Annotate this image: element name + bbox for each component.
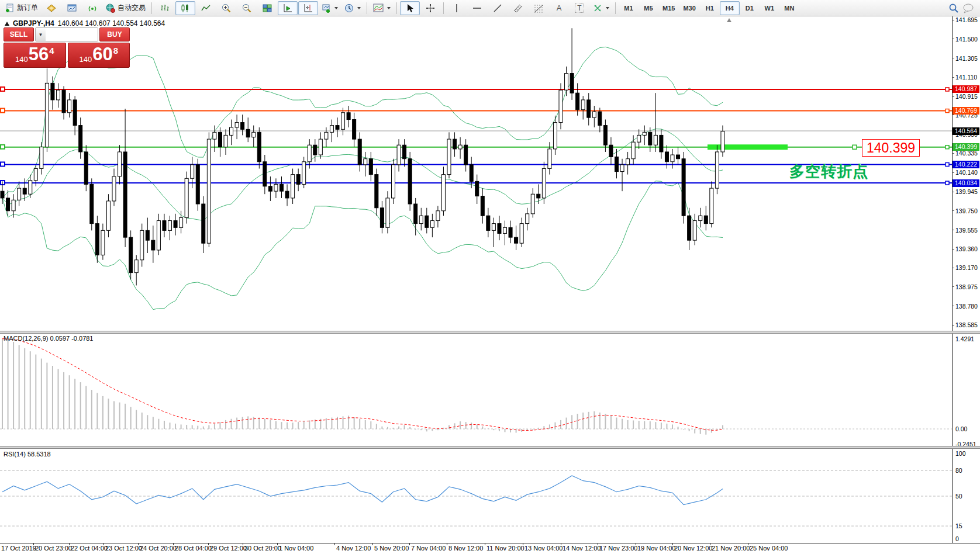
candle-body bbox=[174, 221, 177, 228]
price-line-tag[interactable]: 140.987 bbox=[953, 85, 979, 93]
candle-body bbox=[481, 196, 484, 216]
candle-body bbox=[665, 152, 668, 162]
timeframe-button-D1[interactable]: D1 bbox=[740, 1, 760, 15]
sell-price-display[interactable]: 140 56 4 bbox=[4, 43, 66, 68]
price-line-tag[interactable]: 140.769 bbox=[953, 107, 979, 115]
crosshair-button[interactable] bbox=[420, 1, 440, 15]
timeframe-button-H4[interactable]: H4 bbox=[720, 1, 740, 15]
macd-histogram-bar bbox=[477, 424, 478, 429]
timeframe-button-M5[interactable]: M5 bbox=[639, 1, 658, 15]
buy-price-display[interactable]: 140 60 8 bbox=[68, 43, 130, 68]
candle-body bbox=[587, 100, 591, 117]
bollinger-band-line bbox=[2, 47, 723, 198]
candle-body bbox=[603, 126, 607, 146]
candle-body bbox=[403, 145, 406, 159]
sell-button[interactable]: SELL bbox=[4, 27, 34, 41]
timeframe-button-M1[interactable]: M1 bbox=[619, 1, 639, 15]
time-axis-label: 8 Nov 12:00 bbox=[448, 545, 483, 552]
zoom-out-button[interactable] bbox=[237, 1, 257, 15]
rsi-scale-label: 80 bbox=[955, 467, 962, 474]
price-level-label[interactable]: 140.399 bbox=[862, 139, 920, 157]
tile-windows-button[interactable] bbox=[257, 1, 277, 15]
time-axis-label: 5 Nov 20:00 bbox=[374, 545, 409, 552]
chart-shift-marker bbox=[727, 18, 731, 22]
candle-body bbox=[430, 221, 434, 228]
vertical-line-icon bbox=[453, 4, 460, 13]
price-tick-label: 139.170 bbox=[955, 264, 978, 271]
chat-icon[interactable] bbox=[962, 3, 974, 13]
macd-histogram-bar bbox=[633, 420, 634, 429]
volume-decrease-button[interactable]: ▼ bbox=[36, 28, 46, 41]
candle-body bbox=[34, 169, 37, 181]
volume-input[interactable] bbox=[46, 28, 98, 41]
timeframe-label: M15 bbox=[661, 5, 676, 12]
candle-body bbox=[129, 237, 133, 272]
text-button[interactable]: A bbox=[549, 1, 569, 15]
chart-shift-button[interactable] bbox=[298, 1, 318, 15]
macd-histogram-bar bbox=[661, 423, 662, 429]
price-line-tag[interactable]: 140.399 bbox=[953, 143, 979, 151]
macd-histogram-bar bbox=[52, 366, 53, 429]
candle-body bbox=[375, 175, 378, 208]
tile-windows-icon bbox=[263, 4, 272, 13]
periods-dropdown[interactable] bbox=[341, 1, 364, 15]
price-tick-label: 141.695 bbox=[955, 16, 978, 23]
timeframe-button-M30[interactable]: M30 bbox=[679, 1, 699, 15]
time-axis-label: 28 Oct 04:00 bbox=[175, 545, 212, 552]
chart-canvas[interactable] bbox=[0, 16, 980, 554]
zoom-in-icon bbox=[222, 4, 231, 13]
buy-button[interactable]: BUY bbox=[99, 27, 130, 41]
channel-button[interactable] bbox=[508, 1, 528, 15]
timeframe-button-W1[interactable]: W1 bbox=[760, 1, 779, 15]
candle-body bbox=[609, 145, 613, 157]
timeframe-button-MN[interactable]: MN bbox=[779, 1, 799, 15]
market-window-button[interactable] bbox=[62, 1, 82, 15]
vertical-line-button[interactable] bbox=[447, 1, 467, 15]
price-line-tag[interactable]: 140.034 bbox=[953, 179, 979, 187]
price-line-tag[interactable]: 140.222 bbox=[953, 161, 979, 168]
new-chart-dropdown[interactable] bbox=[319, 1, 341, 15]
macd-histogram-bar bbox=[153, 417, 154, 429]
pivot-annotation-text[interactable]: 多空转折点 bbox=[789, 161, 868, 182]
macd-histogram-bar bbox=[281, 422, 282, 429]
line-chart-button[interactable] bbox=[196, 1, 216, 15]
profiles-button[interactable] bbox=[42, 1, 61, 15]
timeframe-button-M15[interactable]: M15 bbox=[658, 1, 679, 15]
sell-price-big: 56 bbox=[29, 45, 49, 64]
auto-scroll-button[interactable] bbox=[278, 1, 298, 15]
macd-splitter[interactable] bbox=[0, 331, 980, 334]
price-tick-label: 140.335 bbox=[955, 150, 978, 157]
horizontal-line-icon bbox=[472, 4, 482, 13]
macd-histogram-bar bbox=[19, 345, 20, 429]
price-tick-label: 139.750 bbox=[955, 207, 978, 214]
rsi-splitter[interactable] bbox=[0, 446, 980, 449]
macd-histogram-bar bbox=[650, 421, 651, 429]
text-label-button[interactable]: T bbox=[570, 1, 589, 15]
macd-histogram-bar bbox=[113, 401, 115, 429]
auto-trading-button[interactable]: 自动交易 bbox=[103, 1, 149, 15]
candlestick-chart-button[interactable] bbox=[175, 1, 195, 15]
price-tick-label: 139.945 bbox=[955, 188, 978, 195]
candle-body bbox=[660, 135, 663, 152]
buy-price-sup: 8 bbox=[113, 46, 118, 56]
new-order-button[interactable]: 新订单 bbox=[2, 1, 41, 15]
signals-button[interactable] bbox=[82, 1, 102, 15]
cursor-button[interactable] bbox=[400, 1, 420, 15]
indicators-dropdown[interactable] bbox=[370, 1, 394, 15]
chart-symbol: GBPJPY-,H4 bbox=[13, 19, 54, 27]
fibonacci-button[interactable] bbox=[529, 1, 548, 15]
time-axis-label: 20 Oct 23:00 bbox=[35, 545, 72, 552]
horizontal-line-button[interactable] bbox=[467, 1, 487, 15]
zoom-in-button[interactable] bbox=[216, 1, 236, 15]
shapes-dropdown[interactable] bbox=[590, 1, 612, 15]
timeframe-bar: M1M5M15M30H1H4D1W1MN bbox=[619, 1, 799, 15]
timeframe-button-H1[interactable]: H1 bbox=[700, 1, 720, 15]
macd-histogram-bar bbox=[69, 375, 70, 429]
price-tick-mark bbox=[952, 268, 954, 268]
trendline-button[interactable] bbox=[488, 1, 508, 15]
bar-chart-button[interactable] bbox=[155, 1, 175, 15]
candle-body bbox=[308, 145, 311, 162]
search-icon[interactable] bbox=[948, 3, 959, 13]
chart-window-icon bbox=[67, 4, 77, 13]
arrows-shapes-icon bbox=[593, 4, 602, 13]
